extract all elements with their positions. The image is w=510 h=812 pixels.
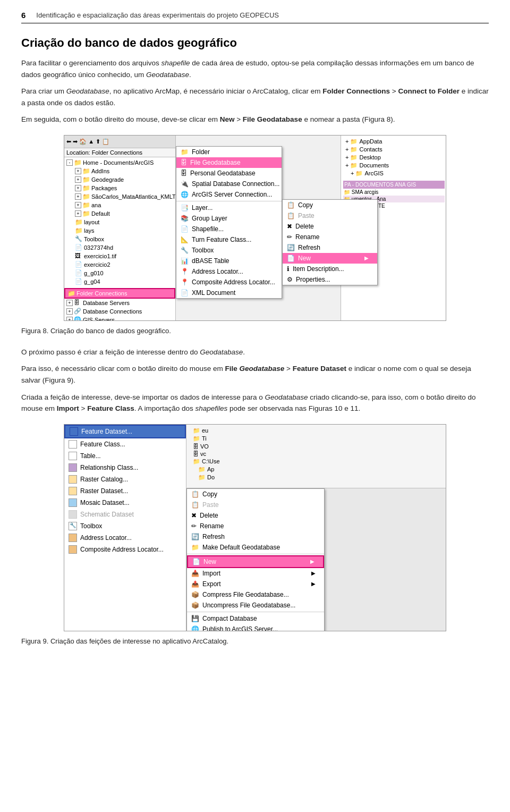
ctx-item-desc-label: Item Description... (293, 265, 344, 273)
left-composite-locator[interactable]: Composite Address Locator... (64, 544, 186, 555)
expand-addins[interactable]: + (75, 168, 81, 174)
turn-feature-icon: 📐 (181, 236, 189, 243)
r-ctx-delete-label: Delete (200, 512, 218, 519)
ctx-refresh-label: Refresh (298, 244, 320, 251)
tree-label-db-connections: Database Connections (83, 308, 142, 315)
ctx-paste[interactable]: 📋 Paste (283, 210, 377, 221)
ctx-layer[interactable]: 📑 Layer... (176, 202, 282, 213)
ctx-shapefile[interactable]: 📄 Shapefile... (176, 224, 282, 234)
ctx-xml[interactable]: 📄 XML Document (176, 287, 282, 298)
r-ctx-refresh[interactable]: 🔄 Refresh (187, 531, 324, 542)
ctx-toolbox2[interactable]: 🔧 Toolbox (176, 245, 282, 256)
ctx-spatial-db[interactable]: 🔌 Spatial Database Connection... (176, 179, 282, 189)
tree-label-geodegrade: Geodegrade (91, 176, 124, 183)
ctx-file-geodatabase[interactable]: 🗄 File Geodatabase (176, 157, 282, 168)
r-ctx-rename[interactable]: ✏ Rename (187, 521, 324, 531)
r-ctx-make-default-label: Make Default Geodatabase (202, 544, 280, 551)
ctx-turn-feature[interactable]: 📐 Turn Feature Class... (176, 234, 282, 245)
tree-label-gg04: g_g04 (84, 278, 100, 285)
r-new-arrow: ▶ (310, 559, 314, 564)
ctx-properties[interactable]: ⚙ Properties... (283, 274, 377, 285)
gis-servers-icon: 🌐 (74, 316, 81, 321)
folder-icon-lays: 📁 (75, 227, 82, 234)
ctx-new[interactable]: 📄 New ▶ (283, 253, 377, 264)
context-submenu: 📋 Copy 📋 Paste ✖ Delete ✏ Rename 🔄 (282, 199, 378, 285)
paragraph-3: Em seguida, com o botão direito do mouse… (21, 114, 489, 125)
left-mosaic-dataset[interactable]: Mosaic Dataset... (64, 497, 186, 509)
ctx-arcgis-server[interactable]: 🌐 ArcGIS Server Connection... (176, 189, 282, 200)
sma-label: 📁 SMA arcgis (343, 189, 445, 196)
left-table[interactable]: Table... (64, 450, 186, 462)
expand-saocarlos[interactable]: + (75, 193, 81, 200)
left-relationship-class[interactable]: Relationship Class... (64, 462, 186, 473)
expand-contacts: + (345, 146, 348, 153)
folder-icon-ana: 📁 (82, 201, 90, 209)
r-delete-icon: ✖ (191, 512, 197, 519)
expand-db[interactable]: + (66, 300, 73, 306)
ctx-file-geodatabase-label: File Geodatabase (190, 159, 241, 166)
file-icon-ex2: 📄 (75, 261, 82, 268)
left-address-locator[interactable]: Address Locator... (64, 532, 186, 544)
r-ctx-new[interactable]: 📄 New ▶ (187, 555, 324, 568)
r-ctx-compact[interactable]: 💾 Compact Database (187, 613, 324, 624)
location-value: Folder Connections (92, 149, 142, 156)
r-ctx-uncompress[interactable]: 📦 Uncompress File Geodatabase... (187, 600, 324, 611)
r-ctx-import-label: Import (202, 570, 220, 577)
r-ctx-make-default[interactable]: 📁 Make Default Geodatabase (187, 542, 324, 553)
tree-label-db-servers: Database Servers (83, 300, 130, 306)
left-raster-dataset[interactable]: Raster Dataset... (64, 485, 186, 497)
expand-geodegrade[interactable]: + (75, 176, 81, 183)
left-feature-dataset[interactable]: Feature Dataset... (64, 425, 186, 438)
ctx-dbase[interactable]: 📊 dBASE Table (176, 256, 282, 266)
r-ctx-delete[interactable]: ✖ Delete (187, 510, 324, 521)
left-toolbox-item[interactable]: 🔧 Toolbox (64, 520, 186, 532)
expand-home[interactable]: - (66, 159, 73, 166)
paragraph-1: Para facilitar o gerenciamento dos arqui… (21, 57, 489, 80)
tree-item-gis-servers: + 🌐 GIS Servers (64, 316, 175, 321)
expand-gis[interactable]: + (66, 317, 73, 321)
r-ctx-paste[interactable]: 📋 Paste (187, 500, 324, 510)
r-ctx-import[interactable]: 📥 Import ▶ (187, 568, 324, 579)
ctx-item-description[interactable]: ℹ Item Description... (283, 264, 377, 274)
tree-item-geodegrade: + 📁 Geodegrade (64, 175, 175, 184)
arcgis-server-icon: 🌐 (181, 191, 189, 198)
tree-label-layout: layout (84, 219, 99, 225)
mini-cuse: 📁C:\Use (191, 458, 443, 466)
expand-ana[interactable]: + (75, 202, 81, 208)
ctx-rename[interactable]: ✏ Rename (283, 232, 377, 242)
r-export-icon: 📤 (191, 580, 199, 588)
ctx-composite-locator[interactable]: 📍 Composite Address Locator... (176, 277, 282, 287)
ctx-personal-geodatabase[interactable]: 🗄 Personal Geodatabase (176, 168, 282, 179)
feature-dataset-icon (70, 427, 78, 436)
r-ctx-publish[interactable]: 🌐 Publish to ArcGIS Server... (187, 624, 324, 631)
folder-icon-desktop: 📁 (350, 154, 358, 161)
r-ctx-copy[interactable]: 📋 Copy (187, 489, 324, 500)
file-icon-gg04: 📄 (75, 278, 82, 285)
ctx-toolbox2-label: Toolbox (192, 247, 214, 254)
tree-item-folder-connections[interactable]: 📁 Folder Connections (64, 288, 175, 299)
r-ctx-export[interactable]: 📤 Export ▶ (187, 579, 324, 589)
ctx-copy[interactable]: 📋 Copy (283, 200, 377, 210)
left-raster-catalog[interactable]: Raster Catalog... (64, 473, 186, 485)
ctx-refresh[interactable]: 🔄 Refresh (283, 242, 377, 253)
ctx-address-locator[interactable]: 📍 Address Locator... (176, 266, 282, 277)
tree-item-layout: 📁 layout (64, 218, 175, 226)
r-import-icon: 📥 (191, 570, 199, 577)
r-ctx-compact-label: Compact Database (202, 615, 257, 622)
tree-label-ex2: exercicio2 (84, 261, 110, 268)
ctx-arcgis-server-label: ArcGIS Server Connection... (192, 191, 272, 198)
expand-dbconn[interactable]: + (66, 308, 73, 315)
r-ctx-paste-label: Paste (202, 501, 219, 509)
properties-icon: ⚙ (287, 276, 293, 283)
shapefile-icon: 📄 (181, 225, 189, 233)
r-ctx-compress[interactable]: 📦 Compress File Geodatabase... (187, 589, 324, 600)
expand-desktop: + (345, 154, 348, 160)
left-feature-class[interactable]: Feature Class... (64, 438, 186, 450)
ctx-sep-1 (176, 201, 282, 201)
expand-packages[interactable]: + (75, 185, 81, 191)
ctx-delete[interactable]: ✖ Delete (283, 221, 377, 232)
ctx-group-layer[interactable]: 📚 Group Layer (176, 213, 282, 224)
ctx-folder[interactable]: 📁 Folder (176, 147, 282, 157)
left-raster-catalog-label: Raster Catalog... (80, 476, 128, 483)
expand-default[interactable]: + (75, 210, 81, 217)
